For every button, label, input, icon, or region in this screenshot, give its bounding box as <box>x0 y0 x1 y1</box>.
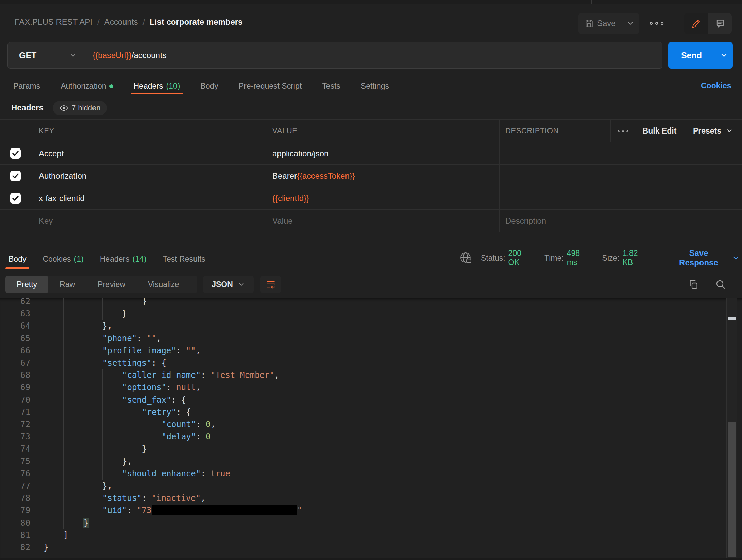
hidden-headers-badge[interactable]: 7 hidden <box>53 101 107 115</box>
edit-mode-button[interactable] <box>684 13 708 34</box>
row-checkbox[interactable] <box>10 148 21 159</box>
tab-body[interactable]: Body <box>198 76 220 91</box>
header-value-cell[interactable]: application/json <box>265 142 499 164</box>
more-options-button[interactable] <box>646 17 667 30</box>
tab-params[interactable]: Params <box>11 76 42 91</box>
save-response-button[interactable]: Save Response <box>667 248 742 268</box>
header-key-cell[interactable]: x-fax-clientid <box>31 187 265 209</box>
chevron-down-icon <box>627 20 634 27</box>
header-description-cell[interactable] <box>499 165 742 187</box>
cookies-link[interactable]: Cookies <box>699 81 733 91</box>
view-visualize[interactable]: Visualize <box>137 276 190 293</box>
table-row-empty: KeyValueDescription <box>0 210 742 232</box>
save-button[interactable]: Save <box>578 13 622 34</box>
code-token: , <box>201 493 205 503</box>
search-button[interactable] <box>712 276 729 293</box>
breadcrumb-item[interactable]: Accounts <box>104 17 138 27</box>
checkbox-cell <box>0 187 31 209</box>
view-preview[interactable]: Preview <box>86 276 137 293</box>
request-tabs: ParamsAuthorizationHeaders(10)BodyPre-re… <box>11 76 391 91</box>
globe-lock-icon[interactable] <box>460 252 472 264</box>
bulk-edit-button[interactable]: Bulk Edit <box>635 120 684 142</box>
code-token: "" <box>147 334 156 343</box>
header-key-cell[interactable]: Accept <box>31 142 265 164</box>
tab-headers[interactable]: Headers(10) <box>132 76 182 91</box>
tab-separator <box>536 0 536 4</box>
row-checkbox[interactable] <box>10 193 21 204</box>
response-tabs: BodyCookies(1)Headers(14)Test Results <box>6 248 207 265</box>
code-text: "delay": 0 <box>0 431 211 443</box>
code-text: "caller_id_name": "Test Member", <box>0 369 279 382</box>
tab-pre-request-script[interactable]: Pre-request Script <box>237 76 304 91</box>
value-placeholder[interactable]: Value <box>265 210 499 232</box>
save-button-label: Save <box>597 19 616 28</box>
tab-label: Authorization <box>61 82 106 91</box>
header-value-cell[interactable]: {{clientId}} <box>265 187 499 209</box>
row-checkbox[interactable] <box>10 171 21 181</box>
tab-count: (10) <box>166 82 180 91</box>
code-text: } <box>0 298 147 308</box>
tab-tests[interactable]: Tests <box>320 76 342 91</box>
header-description-cell[interactable] <box>499 187 742 209</box>
code-text: "count": 0, <box>0 418 216 431</box>
code-text: "profile_image": "", <box>0 345 201 357</box>
table-header-row: KEY VALUE DESCRIPTION Bulk Edit Presets <box>0 119 742 142</box>
code-token: } <box>122 309 127 318</box>
code-line: 76"should_enhance": true <box>0 468 724 480</box>
comment-button[interactable] <box>708 13 732 34</box>
header-key-cell[interactable]: Authorization <box>31 165 265 187</box>
description-placeholder[interactable]: Description <box>499 210 742 232</box>
code-token: } <box>44 543 48 552</box>
save-options-chevron[interactable] <box>622 13 639 34</box>
code-token: "uid" <box>102 506 127 515</box>
tab-authorization[interactable]: Authorization <box>58 76 115 91</box>
code-token: , <box>196 383 201 392</box>
header-value-segment: application/json <box>272 149 328 158</box>
scrollbar-track[interactable] <box>726 298 737 558</box>
response-tab-cookies[interactable]: Cookies(1) <box>40 248 85 265</box>
code-text: }, <box>0 320 112 332</box>
code-token: "profile_image" <box>102 346 176 355</box>
url-input[interactable]: {{baseUrl}}/accounts <box>85 42 662 68</box>
header-description-cell[interactable] <box>499 142 742 164</box>
send-options-chevron[interactable] <box>715 42 733 69</box>
tab-label: Test Results <box>163 255 205 264</box>
copy-button[interactable] <box>685 276 702 293</box>
send-button[interactable]: Send <box>668 42 715 69</box>
method-select[interactable]: GET <box>8 42 85 68</box>
breadcrumb: FAX.PLUS REST API/Accounts/List corporat… <box>15 4 242 40</box>
view-raw[interactable]: Raw <box>48 276 86 293</box>
tab-settings[interactable]: Settings <box>359 76 391 91</box>
breadcrumb-item[interactable]: FAX.PLUS REST API <box>15 17 92 27</box>
scrollbar-thumb[interactable] <box>728 422 736 557</box>
size-value: 1.82 KB <box>623 249 650 267</box>
code-token: : { <box>176 407 191 417</box>
response-tab-headers[interactable]: Headers(14) <box>98 248 149 265</box>
response-tab-test-results[interactable]: Test Results <box>161 248 207 265</box>
code-token: }, <box>102 481 112 491</box>
column-options-button[interactable] <box>610 120 635 142</box>
table-row: Acceptapplication/json <box>0 142 742 165</box>
text-wrap-icon <box>266 280 275 289</box>
header-value-cell[interactable]: Bearer {{accessToken}} <box>265 165 499 187</box>
view-pretty[interactable]: Pretty <box>5 276 48 293</box>
tab-separator <box>591 0 592 4</box>
code-token: : <box>196 432 206 441</box>
header-value-segment: {{clientId}} <box>272 194 309 203</box>
hidden-headers-label: 7 hidden <box>72 104 100 112</box>
code-token: , <box>196 346 201 355</box>
code-line: 81] <box>0 529 724 542</box>
code-token: : { <box>171 395 186 405</box>
code-token: : <box>137 334 147 343</box>
response-tab-body[interactable]: Body <box>6 248 28 265</box>
ellipsis-icon <box>618 129 628 133</box>
response-meta: Status: 200 OK Time: 498 ms Size: 1.82 K… <box>460 248 742 267</box>
code-token: : <box>201 469 210 478</box>
wrap-text-button[interactable] <box>260 276 281 293</box>
breadcrumb-item[interactable]: List corporate members <box>150 17 242 27</box>
save-button-group: Save <box>578 13 639 34</box>
code-text: "settings": { <box>0 357 166 369</box>
format-select[interactable]: JSON <box>203 276 254 293</box>
key-placeholder[interactable]: Key <box>31 210 265 232</box>
presets-button[interactable]: Presets <box>684 120 742 142</box>
